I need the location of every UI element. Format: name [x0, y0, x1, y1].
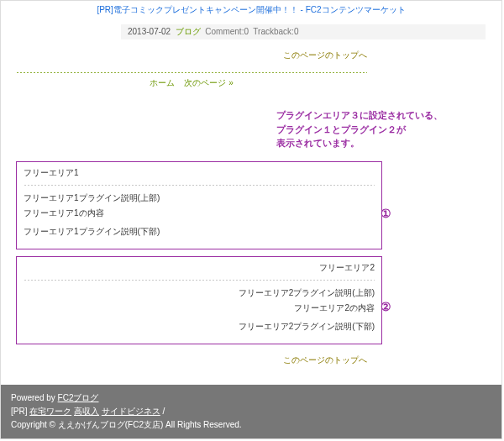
- footer-copyright: Copyright © ええかげんブログ(FC2支店) All Rights R…: [11, 420, 242, 429]
- page-top-link[interactable]: このページのトップへ: [283, 50, 367, 60]
- plugin-area-2-box: フリーエリア2 フリーエリア2プラグイン説明(上部) フリーエリア2の内容 フリ…: [16, 256, 382, 344]
- entry-date: 2013-07-02: [128, 27, 171, 36]
- annotation-marker-2: ②: [381, 300, 391, 313]
- entry-category[interactable]: ブログ: [176, 27, 201, 36]
- annotation-callout-text: プラグインエリア３に設定されている、 プラグイン１とプラグイン２が 表示されてい…: [276, 108, 443, 150]
- separator-dotted-grey: [24, 184, 375, 186]
- pr-top-link[interactable]: [PR]電子コミックプレゼントキャンペーン開催中！！ - FC2コンテンツマーケ…: [97, 5, 405, 14]
- footer-slash: /: [160, 407, 165, 416]
- plugin1-content: フリーエリア1の内容: [24, 207, 375, 220]
- separator-dotted-grey: [24, 279, 375, 281]
- plugin2-desc-bottom: フリーエリア2プラグイン説明(下部): [24, 320, 375, 333]
- pager-next-link[interactable]: 次のページ »: [184, 78, 233, 87]
- footer-powered-link[interactable]: FC2ブログ: [58, 393, 99, 402]
- page-top-link-row-2: このページのトップへ: [16, 354, 367, 366]
- footer-pr-prefix: [PR]: [11, 407, 29, 416]
- plugin2-desc-top: フリーエリア2プラグイン説明(上部): [24, 286, 375, 300]
- footer-powered-prefix: Powered by: [11, 393, 58, 402]
- entry-trackback-count[interactable]: Trackback:0: [253, 27, 298, 36]
- pager-row: ホーム 次のページ »: [16, 77, 367, 89]
- plugin2-content: フリーエリア2の内容: [24, 302, 375, 315]
- plugin1-desc-bottom: フリーエリア1プラグイン説明(下部): [24, 225, 375, 239]
- plugin-area-1-box: フリーエリア1 フリーエリア1プラグイン説明(上部) フリーエリア1の内容 フリ…: [16, 161, 382, 249]
- plugin1-desc-top: フリーエリア1プラグイン説明(上部): [24, 192, 375, 205]
- entry-meta-row: 2013-07-02 ブログ Comment:0 Trackback:0: [121, 24, 486, 39]
- pr-topbar: [PR]電子コミックプレゼントキャンペーン開催中！！ - FC2コンテンツマーケ…: [1, 1, 501, 18]
- plugin2-title: フリーエリア2: [24, 262, 375, 276]
- annotation-marker-1: ①: [381, 207, 391, 220]
- site-footer: Powered by FC2ブログ [PR] 在宅ワーク 高収入 サイドビジネス…: [1, 385, 501, 438]
- footer-pr-link-2[interactable]: 高収入: [74, 407, 99, 416]
- entry-comment-count[interactable]: Comment:0: [205, 27, 249, 36]
- pager-home-link[interactable]: ホーム: [150, 78, 175, 87]
- page-top-link-row: このページのトップへ: [16, 50, 367, 61]
- separator-dotted: [16, 71, 367, 74]
- page-top-link[interactable]: このページのトップへ: [283, 355, 367, 365]
- footer-pr-link-3[interactable]: サイドビジネス: [102, 407, 160, 416]
- footer-pr-link-1[interactable]: 在宅ワーク: [29, 407, 71, 416]
- plugin1-title: フリーエリア1: [24, 167, 375, 181]
